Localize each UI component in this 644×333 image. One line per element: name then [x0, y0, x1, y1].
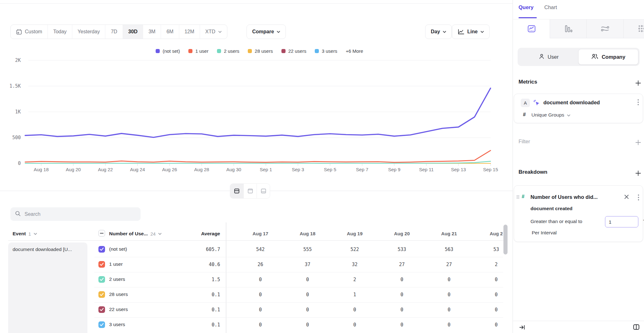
- chevron-down-icon: [34, 233, 37, 235]
- table-cell: 0: [331, 307, 378, 313]
- select-all-checkbox[interactable]: [98, 230, 105, 237]
- row-checkbox[interactable]: [98, 306, 105, 313]
- line-chart-type-icon: [527, 25, 536, 33]
- table-cell: 0: [378, 292, 425, 298]
- chevron-down-icon: [567, 114, 570, 117]
- svg-text:Aug 30: Aug 30: [226, 167, 242, 172]
- split-view-icon[interactable]: [633, 324, 640, 330]
- calendar-icon: [16, 29, 22, 35]
- user-icon: [539, 53, 545, 61]
- table-cell: 0: [284, 277, 331, 282]
- search-input[interactable]: [25, 211, 131, 217]
- range-button-yesterday[interactable]: Yesterday: [72, 25, 105, 39]
- legend-swatch: [248, 49, 252, 53]
- table-scrollbar[interactable]: [503, 225, 508, 254]
- table-cell: 37: [284, 262, 331, 267]
- add-breakdown-button[interactable]: [634, 169, 642, 177]
- add-filter-button[interactable]: [634, 139, 642, 146]
- collapse-panel-icon[interactable]: [519, 324, 525, 330]
- svg-text:1.5K: 1.5K: [9, 83, 21, 89]
- table-cell: 0: [425, 292, 473, 298]
- close-icon: [624, 194, 629, 199]
- table-cell: 0: [378, 322, 425, 328]
- average-column-header[interactable]: Average: [182, 231, 220, 237]
- drag-handle-icon[interactable]: [516, 195, 520, 200]
- aggregation-label: Unique Groups: [531, 112, 564, 118]
- chevron-down-icon: [443, 31, 446, 33]
- row-separator: [94, 257, 503, 257]
- chart-type-bars-tile[interactable]: [550, 19, 587, 38]
- add-metric-button[interactable]: [634, 79, 642, 87]
- table-cell: 0: [237, 307, 284, 313]
- row-checkbox[interactable]: [98, 291, 105, 298]
- chart-legend: (not set)1 user2 users28 users22 users3 …: [28, 47, 491, 55]
- group-column-header[interactable]: Number of Use... 24: [109, 231, 162, 237]
- split-view-icon: [633, 324, 640, 330]
- scope-toggle: User Company: [518, 48, 640, 66]
- row-checkbox[interactable]: [98, 321, 105, 328]
- chart-type-flow-tile[interactable]: [587, 19, 624, 38]
- layout-split-button[interactable]: [230, 184, 243, 198]
- range-button-7d[interactable]: 7D: [105, 25, 122, 39]
- aggregation-hash-icon: #: [523, 112, 526, 117]
- event-column-header[interactable]: Event 1: [13, 231, 37, 237]
- line-chart-icon: [458, 29, 464, 35]
- close-icon[interactable]: [624, 194, 629, 200]
- times-input[interactable]: [605, 216, 638, 227]
- metric-card[interactable]: A document downloaded # Unique Groups: [514, 94, 643, 123]
- table-cell: 0: [284, 307, 331, 313]
- series-line-1-user: [25, 150, 491, 162]
- legend-item[interactable]: 3 users: [315, 48, 337, 54]
- range-button-custom[interactable]: Custom: [11, 25, 47, 39]
- check-icon: [100, 278, 104, 281]
- range-button-12m[interactable]: 12M: [179, 25, 200, 39]
- svg-text:Sep 15: Sep 15: [483, 167, 498, 172]
- breakdown-title-text: Number of Users who did...: [530, 194, 598, 200]
- range-button-6m[interactable]: 6M: [161, 25, 179, 39]
- chart-style-button[interactable]: Line: [452, 25, 490, 39]
- scope-company-label: Company: [602, 54, 625, 60]
- legend-item[interactable]: 28 users: [248, 48, 273, 54]
- check-icon: [100, 248, 104, 251]
- chart-type-line-tile[interactable]: [513, 19, 550, 38]
- aggregation-dropdown[interactable]: Unique Groups: [531, 112, 570, 118]
- row-checkbox[interactable]: [98, 261, 105, 268]
- scope-company-button[interactable]: Company: [578, 49, 638, 65]
- range-label: XTD: [205, 29, 215, 35]
- legend-item[interactable]: (not set): [156, 48, 180, 54]
- row-checkbox[interactable]: [98, 246, 105, 253]
- chevron-down-icon: [480, 31, 484, 33]
- scope-user-button[interactable]: User: [519, 49, 578, 65]
- group-header-label: Number of Use...: [109, 231, 148, 237]
- compare-button[interactable]: Compare: [247, 25, 286, 39]
- filter-heading: Filter: [519, 139, 530, 145]
- layout-bottom-button[interactable]: [257, 184, 270, 198]
- table-cell: 32: [331, 262, 378, 267]
- range-button-30d[interactable]: 30D: [123, 25, 143, 39]
- range-label: Yesterday: [78, 29, 100, 35]
- breakdown-card[interactable]: # Number of Users who did... document cr…: [514, 185, 643, 242]
- svg-text:1K: 1K: [15, 109, 21, 115]
- metric-menu-button[interactable]: [637, 99, 639, 107]
- range-button-xtd[interactable]: XTD: [200, 25, 227, 39]
- search-icon: [15, 211, 21, 216]
- svg-text:Sep 1: Sep 1: [260, 167, 272, 172]
- legend-item[interactable]: 2 users: [217, 48, 239, 54]
- layout-top-button[interactable]: [243, 184, 257, 198]
- table-cell: 0: [473, 277, 503, 282]
- legend-more-button[interactable]: +6 More: [346, 48, 363, 54]
- breakdown-menu-button[interactable]: [638, 194, 639, 202]
- tab-chart[interactable]: Chart: [544, 4, 557, 10]
- legend-item[interactable]: 22 users: [281, 48, 307, 54]
- tab-query[interactable]: Query: [519, 4, 534, 10]
- event-cell[interactable]: document downloaded [U...: [8, 243, 87, 333]
- interval-button[interactable]: Day: [425, 25, 452, 39]
- range-button-3m[interactable]: 3M: [143, 25, 161, 39]
- table-cell: 27: [425, 262, 473, 267]
- legend-item[interactable]: 1 user: [188, 48, 208, 54]
- row-checkbox[interactable]: [98, 276, 105, 283]
- chart-type-dots-tile[interactable]: [624, 19, 644, 38]
- row-separator: [94, 272, 503, 272]
- panel-footer: [513, 321, 644, 333]
- range-button-today[interactable]: Today: [47, 25, 72, 39]
